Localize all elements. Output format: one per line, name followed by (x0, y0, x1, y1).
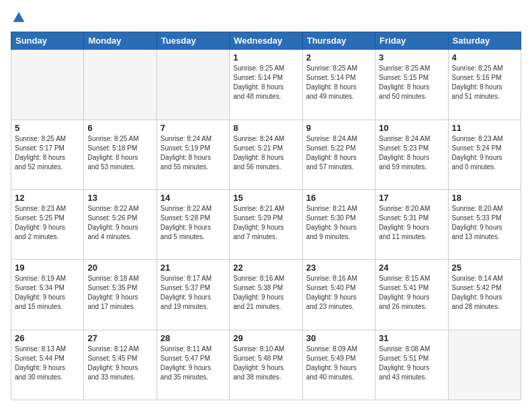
day-number: 25 (452, 263, 517, 273)
calendar-cell: 3Sunrise: 8:25 AM Sunset: 5:15 PM Daylig… (375, 50, 448, 120)
day-number: 31 (379, 333, 444, 343)
day-number: 24 (379, 263, 444, 273)
calendar-cell: 10Sunrise: 8:24 AM Sunset: 5:23 PM Dayli… (375, 120, 448, 189)
calendar-cell (11, 50, 84, 120)
calendar-cell: 12Sunrise: 8:23 AM Sunset: 5:25 PM Dayli… (11, 189, 84, 259)
day-number: 11 (452, 123, 517, 133)
day-number: 7 (161, 123, 226, 133)
day-number: 15 (233, 193, 298, 203)
day-number: 22 (233, 263, 298, 273)
day-number: 26 (15, 333, 80, 343)
day-info: Sunrise: 8:24 AM Sunset: 5:23 PM Dayligh… (379, 134, 444, 172)
day-info: Sunrise: 8:25 AM Sunset: 5:15 PM Dayligh… (379, 64, 444, 101)
day-info: Sunrise: 8:24 AM Sunset: 5:22 PM Dayligh… (306, 134, 371, 172)
calendar-cell: 28Sunrise: 8:11 AM Sunset: 5:47 PM Dayli… (157, 330, 229, 400)
day-info: Sunrise: 8:20 AM Sunset: 5:33 PM Dayligh… (452, 204, 517, 242)
calendar-cell (157, 50, 229, 120)
day-number: 30 (306, 333, 371, 343)
calendar-cell: 27Sunrise: 8:12 AM Sunset: 5:45 PM Dayli… (84, 330, 157, 400)
day-number: 29 (233, 333, 298, 343)
weekday-header: Sunday (11, 32, 84, 50)
day-info: Sunrise: 8:21 AM Sunset: 5:30 PM Dayligh… (306, 204, 371, 242)
day-info: Sunrise: 8:21 AM Sunset: 5:29 PM Dayligh… (233, 204, 298, 242)
day-number: 21 (161, 263, 226, 273)
calendar-cell: 29Sunrise: 8:10 AM Sunset: 5:48 PM Dayli… (230, 330, 302, 400)
logo-text (11, 11, 26, 28)
calendar-cell: 6Sunrise: 8:25 AM Sunset: 5:18 PM Daylig… (84, 120, 157, 189)
day-number: 17 (379, 193, 444, 203)
day-number: 20 (87, 263, 152, 273)
calendar-cell: 23Sunrise: 8:16 AM Sunset: 5:40 PM Dayli… (302, 260, 375, 330)
day-number: 10 (379, 123, 444, 133)
calendar-cell: 22Sunrise: 8:16 AM Sunset: 5:38 PM Dayli… (230, 260, 302, 330)
day-info: Sunrise: 8:10 AM Sunset: 5:48 PM Dayligh… (233, 345, 298, 382)
day-number: 9 (306, 123, 371, 133)
calendar-cell: 7Sunrise: 8:24 AM Sunset: 5:19 PM Daylig… (157, 120, 229, 189)
day-info: Sunrise: 8:20 AM Sunset: 5:31 PM Dayligh… (379, 204, 444, 242)
weekday-header: Tuesday (157, 32, 229, 50)
calendar-cell: 21Sunrise: 8:17 AM Sunset: 5:37 PM Dayli… (157, 260, 229, 330)
weekday-header: Wednesday (230, 32, 302, 50)
day-number: 3 (379, 52, 444, 62)
day-info: Sunrise: 8:17 AM Sunset: 5:37 PM Dayligh… (161, 274, 226, 312)
calendar-cell: 13Sunrise: 8:22 AM Sunset: 5:26 PM Dayli… (84, 189, 157, 259)
day-number: 4 (452, 52, 517, 62)
day-number: 1 (233, 52, 298, 62)
day-number: 2 (306, 52, 371, 62)
svg-marker-0 (13, 12, 25, 22)
calendar-cell: 16Sunrise: 8:21 AM Sunset: 5:30 PM Dayli… (302, 189, 375, 259)
day-number: 28 (161, 333, 226, 343)
day-info: Sunrise: 8:16 AM Sunset: 5:38 PM Dayligh… (233, 274, 298, 312)
day-info: Sunrise: 8:22 AM Sunset: 5:26 PM Dayligh… (87, 204, 152, 242)
calendar-cell: 14Sunrise: 8:22 AM Sunset: 5:28 PM Dayli… (157, 189, 229, 259)
day-info: Sunrise: 8:25 AM Sunset: 5:16 PM Dayligh… (452, 64, 517, 101)
weekday-header: Thursday (302, 32, 375, 50)
calendar-cell: 2Sunrise: 8:25 AM Sunset: 5:14 PM Daylig… (302, 50, 375, 120)
calendar-cell: 5Sunrise: 8:25 AM Sunset: 5:17 PM Daylig… (11, 120, 84, 189)
day-info: Sunrise: 8:25 AM Sunset: 5:14 PM Dayligh… (306, 64, 371, 101)
day-info: Sunrise: 8:14 AM Sunset: 5:42 PM Dayligh… (452, 274, 517, 312)
day-info: Sunrise: 8:24 AM Sunset: 5:21 PM Dayligh… (233, 134, 298, 172)
header (11, 11, 521, 25)
weekday-header: Monday (84, 32, 157, 50)
day-number: 12 (15, 193, 80, 203)
calendar-cell: 30Sunrise: 8:09 AM Sunset: 5:49 PM Dayli… (302, 330, 375, 400)
calendar-cell: 4Sunrise: 8:25 AM Sunset: 5:16 PM Daylig… (448, 50, 521, 120)
calendar-cell: 17Sunrise: 8:20 AM Sunset: 5:31 PM Dayli… (375, 189, 448, 259)
day-info: Sunrise: 8:08 AM Sunset: 5:51 PM Dayligh… (379, 345, 444, 382)
day-number: 8 (233, 123, 298, 133)
weekday-header: Friday (375, 32, 448, 50)
calendar-cell: 31Sunrise: 8:08 AM Sunset: 5:51 PM Dayli… (375, 330, 448, 400)
day-info: Sunrise: 8:23 AM Sunset: 5:24 PM Dayligh… (452, 134, 517, 172)
calendar-cell: 19Sunrise: 8:19 AM Sunset: 5:34 PM Dayli… (11, 260, 84, 330)
calendar-cell: 24Sunrise: 8:15 AM Sunset: 5:41 PM Dayli… (375, 260, 448, 330)
calendar-cell: 26Sunrise: 8:13 AM Sunset: 5:44 PM Dayli… (11, 330, 84, 400)
calendar-cell: 11Sunrise: 8:23 AM Sunset: 5:24 PM Dayli… (448, 120, 521, 189)
day-info: Sunrise: 8:13 AM Sunset: 5:44 PM Dayligh… (15, 345, 80, 382)
calendar-cell: 15Sunrise: 8:21 AM Sunset: 5:29 PM Dayli… (230, 189, 302, 259)
calendar-cell (448, 330, 521, 400)
day-number: 16 (306, 193, 371, 203)
day-number: 6 (87, 123, 152, 133)
calendar-cell: 25Sunrise: 8:14 AM Sunset: 5:42 PM Dayli… (448, 260, 521, 330)
calendar-table: SundayMondayTuesdayWednesdayThursdayFrid… (11, 32, 521, 400)
day-number: 14 (161, 193, 226, 203)
day-info: Sunrise: 8:15 AM Sunset: 5:41 PM Dayligh… (379, 274, 444, 312)
day-info: Sunrise: 8:22 AM Sunset: 5:28 PM Dayligh… (161, 204, 226, 242)
calendar-cell: 20Sunrise: 8:18 AM Sunset: 5:35 PM Dayli… (84, 260, 157, 330)
day-info: Sunrise: 8:25 AM Sunset: 5:18 PM Dayligh… (87, 134, 152, 172)
day-info: Sunrise: 8:19 AM Sunset: 5:34 PM Dayligh… (15, 274, 80, 312)
day-info: Sunrise: 8:25 AM Sunset: 5:17 PM Dayligh… (15, 134, 80, 172)
day-number: 27 (87, 333, 152, 343)
calendar-cell (84, 50, 157, 120)
day-info: Sunrise: 8:25 AM Sunset: 5:14 PM Dayligh… (233, 64, 298, 101)
day-number: 5 (15, 123, 80, 133)
day-info: Sunrise: 8:16 AM Sunset: 5:40 PM Dayligh… (306, 274, 371, 312)
calendar-cell: 18Sunrise: 8:20 AM Sunset: 5:33 PM Dayli… (448, 189, 521, 259)
day-info: Sunrise: 8:23 AM Sunset: 5:25 PM Dayligh… (15, 204, 80, 242)
day-info: Sunrise: 8:12 AM Sunset: 5:45 PM Dayligh… (87, 345, 152, 382)
logo (11, 11, 26, 25)
calendar-cell: 9Sunrise: 8:24 AM Sunset: 5:22 PM Daylig… (302, 120, 375, 189)
day-info: Sunrise: 8:09 AM Sunset: 5:49 PM Dayligh… (306, 345, 371, 382)
weekday-header: Saturday (448, 32, 521, 50)
